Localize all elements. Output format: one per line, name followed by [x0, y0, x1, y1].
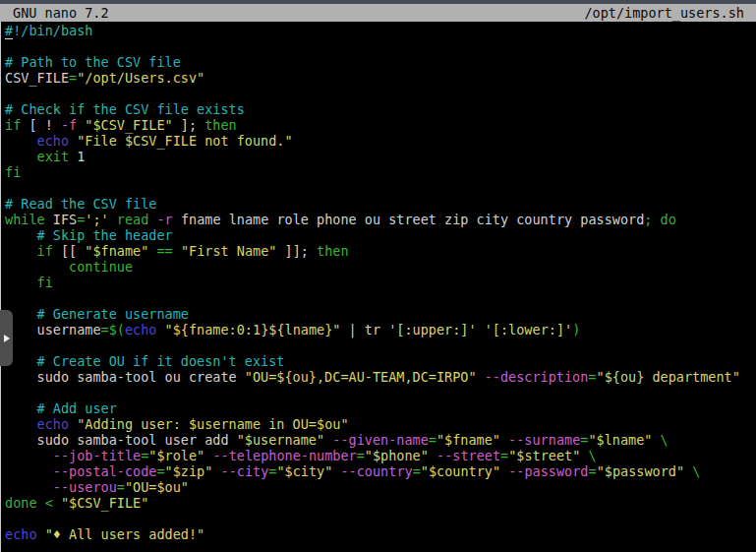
code-line: [5, 38, 756, 54]
code-line: if [[ "$fname" == "First Name" ]]; then: [5, 243, 756, 259]
code-line: echo "File $CSV_FILE not found.": [5, 133, 756, 149]
app-version-label: GNU nano 7.2: [13, 4, 109, 22]
code-line: echo "Adding user: $username in OU=$ou": [5, 416, 756, 432]
code-line: fi: [5, 164, 756, 180]
code-line: # Read the CSV file: [5, 196, 756, 212]
code-line: sudo samba-tool user add "$username" --g…: [5, 432, 756, 448]
code-line: #!/bin/bash: [5, 23, 756, 38]
code-line: # Path to the CSV file: [5, 54, 756, 70]
side-panel-handle[interactable]: [0, 310, 13, 366]
code-line: CSV_FILE="/opt/Users.csv": [5, 70, 756, 86]
code-line: # Check if the CSV file exists: [5, 101, 756, 117]
code-line: --postal-code="$zip" --city="$city" --co…: [5, 463, 756, 479]
file-path-label: /opt/import_users.sh: [584, 4, 744, 22]
code-area[interactable]: #!/bin/bash # Path to the CSV fileCSV_FI…: [0, 22, 756, 552]
terminal-window: GNU nano 7.2 /opt/import_users.sh #!/bin…: [0, 0, 756, 552]
code-line: --userou="OU=$ou": [5, 479, 756, 495]
code-line: # Skip the header: [5, 227, 756, 243]
nano-titlebar: GNU nano 7.2 /opt/import_users.sh: [0, 4, 756, 22]
code-line: sudo samba-tool ou create "OU=${ou},DC=A…: [5, 369, 756, 385]
code-line: exit 1: [5, 149, 756, 164]
code-line: [5, 290, 756, 306]
code-line: while IFS=';' read -r fname lname role p…: [5, 212, 756, 227]
code-line: [5, 337, 756, 353]
code-line: [5, 180, 756, 196]
code-line: # Create OU if it doesn't exist: [5, 353, 756, 369]
code-line: # Add user: [5, 400, 756, 416]
code-line: [5, 385, 756, 400]
code-line: continue: [5, 259, 756, 275]
code-line: fi: [5, 275, 756, 290]
code-line: [5, 511, 756, 526]
code-line: [5, 86, 756, 101]
text-cursor: #: [5, 23, 13, 39]
window-left-edge: [0, 0, 1, 552]
code-line: echo "♦ All users added!": [5, 526, 756, 542]
code-line: done < "$CSV_FILE": [5, 495, 756, 511]
expand-arrow-icon: [4, 335, 10, 342]
code-line: --job-title="$role" --telephone-number="…: [5, 448, 756, 463]
code-line: if [ ! -f "$CSV_FILE" ]; then: [5, 117, 756, 133]
code-line: # Generate username: [5, 306, 756, 322]
code-line: username=$(echo "${fname:0:1}${lname}" |…: [5, 322, 756, 337]
